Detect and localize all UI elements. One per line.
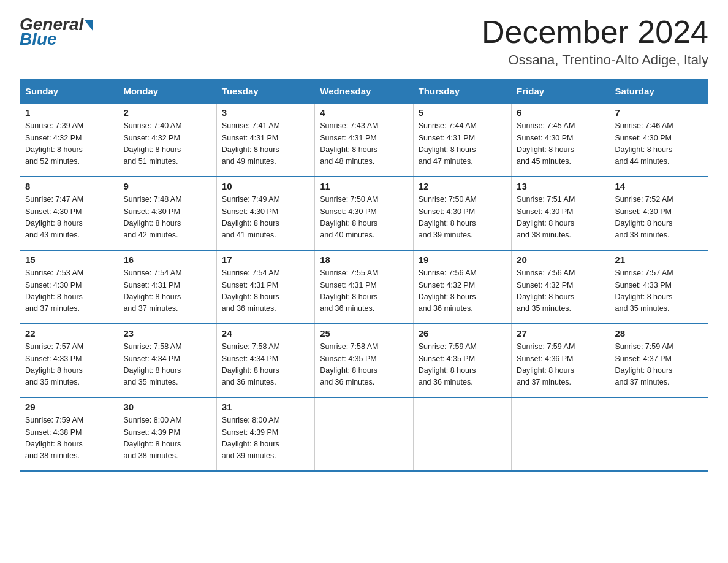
day-info: Sunrise: 7:51 AMSunset: 4:30 PMDaylight:… [517, 194, 604, 242]
day-number: 5 [419, 107, 506, 118]
day-info: Sunrise: 7:45 AMSunset: 4:30 PMDaylight:… [517, 120, 604, 168]
day-info: Sunrise: 7:41 AMSunset: 4:31 PMDaylight:… [222, 120, 309, 168]
day-info: Sunrise: 7:43 AMSunset: 4:31 PMDaylight:… [320, 120, 408, 168]
calendar-cell: 31Sunrise: 8:00 AMSunset: 4:39 PMDayligh… [216, 397, 314, 471]
calendar-cell: 14Sunrise: 7:52 AMSunset: 4:30 PMDayligh… [610, 177, 708, 250]
day-number: 27 [517, 328, 604, 339]
day-number: 4 [320, 107, 408, 118]
calendar-cell: 9Sunrise: 7:48 AMSunset: 4:30 PMDaylight… [118, 177, 216, 250]
calendar-cell: 11Sunrise: 7:50 AMSunset: 4:30 PMDayligh… [315, 177, 413, 250]
title-block: December 2024 Ossana, Trentino-Alto Adig… [482, 15, 708, 68]
calendar-cell: 20Sunrise: 7:56 AMSunset: 4:32 PMDayligh… [512, 250, 610, 324]
day-info: Sunrise: 7:54 AMSunset: 4:31 PMDaylight:… [222, 267, 309, 315]
header-thursday: Thursday [413, 80, 511, 104]
calendar-cell: 16Sunrise: 7:54 AMSunset: 4:31 PMDayligh… [118, 250, 216, 324]
day-number: 31 [222, 402, 309, 412]
day-info: Sunrise: 7:56 AMSunset: 4:32 PMDaylight:… [419, 267, 506, 315]
day-number: 9 [123, 181, 211, 191]
day-info: Sunrise: 7:57 AMSunset: 4:33 PMDaylight:… [25, 341, 113, 389]
calendar-cell: 3Sunrise: 7:41 AMSunset: 4:31 PMDaylight… [216, 103, 314, 177]
day-info: Sunrise: 7:54 AMSunset: 4:31 PMDaylight:… [123, 267, 211, 315]
calendar-cell: 6Sunrise: 7:45 AMSunset: 4:30 PMDaylight… [512, 103, 610, 177]
day-number: 25 [320, 328, 408, 339]
month-title: December 2024 [482, 15, 708, 50]
calendar-cell [315, 397, 413, 471]
location-title: Ossana, Trentino-Alto Adige, Italy [482, 52, 708, 68]
header-tuesday: Tuesday [216, 80, 314, 104]
calendar-cell: 19Sunrise: 7:56 AMSunset: 4:32 PMDayligh… [413, 250, 511, 324]
calendar-cell: 15Sunrise: 7:53 AMSunset: 4:30 PMDayligh… [20, 250, 118, 324]
day-info: Sunrise: 7:56 AMSunset: 4:32 PMDaylight:… [517, 267, 604, 315]
calendar-cell: 30Sunrise: 8:00 AMSunset: 4:39 PMDayligh… [118, 397, 216, 471]
week-row-1: 1Sunrise: 7:39 AMSunset: 4:32 PMDaylight… [20, 103, 708, 177]
day-info: Sunrise: 7:50 AMSunset: 4:30 PMDaylight:… [419, 194, 506, 242]
day-info: Sunrise: 8:00 AMSunset: 4:39 PMDaylight:… [222, 415, 309, 462]
header-monday: Monday [118, 80, 216, 104]
day-info: Sunrise: 7:49 AMSunset: 4:30 PMDaylight:… [222, 194, 309, 242]
day-number: 30 [123, 402, 211, 412]
calendar-cell: 29Sunrise: 7:59 AMSunset: 4:38 PMDayligh… [20, 397, 118, 471]
day-info: Sunrise: 7:50 AMSunset: 4:30 PMDaylight:… [320, 194, 408, 242]
logo: General Blue [20, 15, 93, 49]
day-info: Sunrise: 7:58 AMSunset: 4:34 PMDaylight:… [123, 341, 211, 389]
logo-arrow-icon [85, 20, 93, 31]
day-info: Sunrise: 7:58 AMSunset: 4:35 PMDaylight:… [320, 341, 408, 389]
calendar-cell: 17Sunrise: 7:54 AMSunset: 4:31 PMDayligh… [216, 250, 314, 324]
week-row-4: 22Sunrise: 7:57 AMSunset: 4:33 PMDayligh… [20, 324, 708, 397]
day-number: 10 [222, 181, 309, 191]
week-row-3: 15Sunrise: 7:53 AMSunset: 4:30 PMDayligh… [20, 250, 708, 324]
calendar-table: SundayMondayTuesdayWednesdayThursdayFrid… [20, 79, 708, 472]
header-friday: Friday [512, 80, 610, 104]
calendar-cell: 2Sunrise: 7:40 AMSunset: 4:32 PMDaylight… [118, 103, 216, 177]
calendar-cell: 26Sunrise: 7:59 AMSunset: 4:35 PMDayligh… [413, 324, 511, 397]
day-info: Sunrise: 7:59 AMSunset: 4:35 PMDaylight:… [419, 341, 506, 389]
day-number: 12 [419, 181, 506, 191]
day-number: 13 [517, 181, 604, 191]
day-number: 16 [123, 255, 211, 265]
day-info: Sunrise: 7:39 AMSunset: 4:32 PMDaylight:… [25, 120, 113, 168]
calendar-cell: 22Sunrise: 7:57 AMSunset: 4:33 PMDayligh… [20, 324, 118, 397]
week-row-5: 29Sunrise: 7:59 AMSunset: 4:38 PMDayligh… [20, 397, 708, 471]
day-number: 28 [615, 328, 703, 339]
day-info: Sunrise: 7:40 AMSunset: 4:32 PMDaylight:… [123, 120, 211, 168]
page-header: General Blue December 2024 Ossana, Trent… [20, 15, 708, 68]
day-number: 26 [419, 328, 506, 339]
calendar-header-row: SundayMondayTuesdayWednesdayThursdayFrid… [20, 80, 708, 104]
calendar-cell [512, 397, 610, 471]
header-sunday: Sunday [20, 80, 118, 104]
day-info: Sunrise: 7:59 AMSunset: 4:37 PMDaylight:… [615, 341, 703, 389]
calendar-cell: 24Sunrise: 7:58 AMSunset: 4:34 PMDayligh… [216, 324, 314, 397]
week-row-2: 8Sunrise: 7:47 AMSunset: 4:30 PMDaylight… [20, 177, 708, 250]
day-info: Sunrise: 7:44 AMSunset: 4:31 PMDaylight:… [419, 120, 506, 168]
calendar-cell: 5Sunrise: 7:44 AMSunset: 4:31 PMDaylight… [413, 103, 511, 177]
calendar-cell [610, 397, 708, 471]
day-number: 1 [25, 107, 113, 118]
day-number: 24 [222, 328, 309, 339]
calendar-cell: 1Sunrise: 7:39 AMSunset: 4:32 PMDaylight… [20, 103, 118, 177]
calendar-cell: 12Sunrise: 7:50 AMSunset: 4:30 PMDayligh… [413, 177, 511, 250]
day-number: 20 [517, 255, 604, 265]
day-info: Sunrise: 7:59 AMSunset: 4:38 PMDaylight:… [25, 415, 113, 462]
calendar-cell: 18Sunrise: 7:55 AMSunset: 4:31 PMDayligh… [315, 250, 413, 324]
day-number: 7 [615, 107, 703, 118]
day-number: 2 [123, 107, 211, 118]
day-number: 23 [123, 328, 211, 339]
calendar-cell: 23Sunrise: 7:58 AMSunset: 4:34 PMDayligh… [118, 324, 216, 397]
day-number: 18 [320, 255, 408, 265]
logo-blue-text: Blue [20, 29, 57, 49]
header-saturday: Saturday [610, 80, 708, 104]
calendar-cell: 27Sunrise: 7:59 AMSunset: 4:36 PMDayligh… [512, 324, 610, 397]
day-number: 22 [25, 328, 113, 339]
day-info: Sunrise: 7:57 AMSunset: 4:33 PMDaylight:… [615, 267, 703, 315]
calendar-cell: 25Sunrise: 7:58 AMSunset: 4:35 PMDayligh… [315, 324, 413, 397]
calendar-cell: 10Sunrise: 7:49 AMSunset: 4:30 PMDayligh… [216, 177, 314, 250]
calendar-cell: 21Sunrise: 7:57 AMSunset: 4:33 PMDayligh… [610, 250, 708, 324]
calendar-cell [413, 397, 511, 471]
calendar-cell: 13Sunrise: 7:51 AMSunset: 4:30 PMDayligh… [512, 177, 610, 250]
day-info: Sunrise: 7:52 AMSunset: 4:30 PMDaylight:… [615, 194, 703, 242]
day-info: Sunrise: 7:47 AMSunset: 4:30 PMDaylight:… [25, 194, 113, 242]
day-number: 29 [25, 402, 113, 412]
day-number: 8 [25, 181, 113, 191]
day-info: Sunrise: 7:59 AMSunset: 4:36 PMDaylight:… [517, 341, 604, 389]
day-info: Sunrise: 7:53 AMSunset: 4:30 PMDaylight:… [25, 267, 113, 315]
